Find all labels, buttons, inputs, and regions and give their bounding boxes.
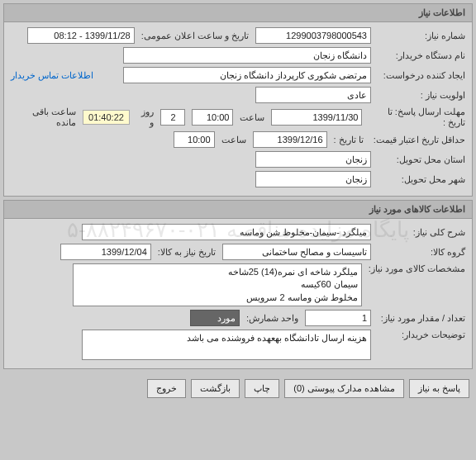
min-credit-date-input[interactable] bbox=[253, 131, 327, 148]
group-label: گروه کالا: bbox=[374, 247, 465, 258]
deadline-time-input[interactable] bbox=[192, 109, 233, 126]
panel2-title: اطلاعات کالاهای مورد نیاز bbox=[4, 201, 472, 219]
buyer-label: نام دستگاه خریدار: bbox=[374, 50, 465, 61]
time-label-2: ساعت bbox=[218, 135, 250, 145]
deadline-date-input[interactable] bbox=[271, 109, 362, 126]
qty-input[interactable] bbox=[305, 310, 371, 326]
province-label: استان محل تحویل: bbox=[374, 154, 465, 165]
countdown-timer: 01:40:22 bbox=[83, 110, 130, 125]
attachments-button[interactable]: مشاهده مدارک پیوستی (0) bbox=[284, 379, 404, 398]
panel-need-info: اطلاعات نیاز شماره نیاز: تاریخ و ساعت اع… bbox=[3, 3, 473, 197]
deadline-label: مهلت ارسال پاسخ: تا تاریخ : bbox=[365, 107, 465, 128]
spec-label: مشخصات کالای مورد نیاز: bbox=[365, 263, 465, 274]
contact-link[interactable]: اطلاعات تماس خریدار bbox=[11, 70, 93, 81]
min-credit-label: حداقل تاریخ اعتبار قیمت: bbox=[370, 135, 465, 145]
buyer-input[interactable] bbox=[123, 47, 371, 64]
print-button[interactable]: چاپ bbox=[245, 379, 279, 398]
timer-label: ساعت باقی مانده bbox=[11, 107, 79, 128]
panel-goods-info: اطلاعات کالاهای مورد نیاز شرح کلی نیاز: … bbox=[3, 200, 473, 369]
back-button[interactable]: بازگشت bbox=[191, 379, 240, 398]
city-label: شهر محل تحویل: bbox=[374, 174, 465, 185]
city-input[interactable] bbox=[255, 171, 371, 187]
min-credit-to: تا تاریخ : bbox=[331, 135, 367, 145]
exit-button[interactable]: خروج bbox=[147, 379, 186, 398]
niaz-no-label: شماره نیاز: bbox=[374, 31, 465, 41]
desc-label: شرح کلی نیاز: bbox=[374, 227, 465, 238]
button-bar: پاسخ به نیاز مشاهده مدارک پیوستی (0) چاپ… bbox=[0, 372, 476, 405]
announce-label: تاریخ و ساعت اعلان عمومی: bbox=[138, 31, 252, 41]
reply-button[interactable]: پاسخ به نیاز bbox=[409, 379, 469, 398]
need-date-label: تاریخ نیاز به کالا: bbox=[155, 247, 219, 258]
priority-label: اولویت نیاز : bbox=[374, 90, 465, 101]
creator-input[interactable] bbox=[123, 67, 371, 83]
province-input[interactable] bbox=[255, 151, 371, 168]
unit-label: واحد شمارش: bbox=[243, 313, 302, 324]
panel1-title: اطلاعات نیاز bbox=[4, 4, 472, 22]
notes-label: توضیحات خریدار: bbox=[374, 330, 465, 340]
min-credit-time-input[interactable] bbox=[174, 131, 215, 148]
notes-textarea[interactable] bbox=[82, 330, 371, 360]
spec-textarea[interactable] bbox=[73, 263, 362, 306]
time-label-1: ساعت bbox=[236, 112, 268, 123]
days-input[interactable] bbox=[160, 109, 185, 126]
qty-label: تعداد / مقدار مورد نیاز: bbox=[374, 313, 465, 324]
desc-input[interactable] bbox=[82, 224, 371, 240]
unit-input[interactable] bbox=[190, 310, 240, 326]
need-date-input[interactable] bbox=[60, 244, 151, 260]
priority-input[interactable] bbox=[255, 87, 371, 103]
announce-input[interactable] bbox=[27, 27, 135, 44]
group-input[interactable] bbox=[222, 244, 371, 260]
creator-label: ایجاد کننده درخواست: bbox=[374, 70, 465, 81]
niaz-no-input[interactable] bbox=[255, 27, 371, 44]
days-label: روز و bbox=[133, 107, 158, 128]
